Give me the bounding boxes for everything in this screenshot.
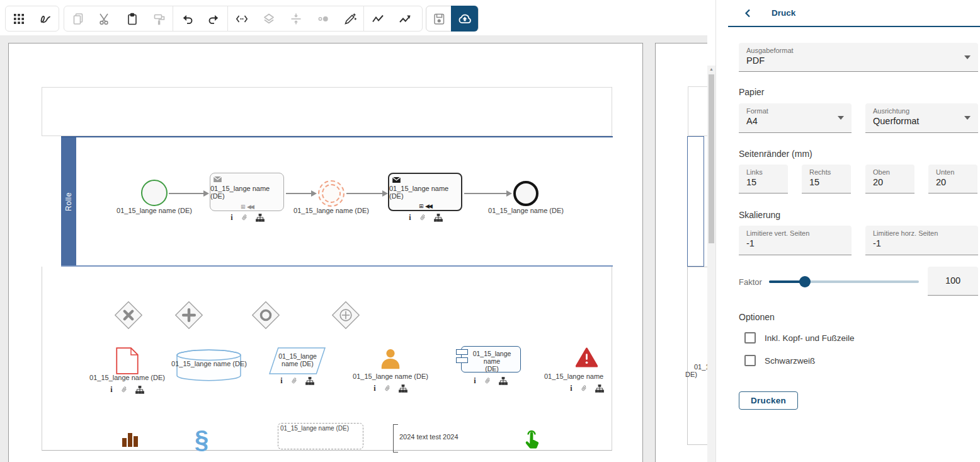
sitemap-icon: [256, 214, 265, 222]
task-2-badges: i: [401, 213, 451, 222]
collapsed-pool-continued: [688, 86, 707, 136]
panel-title: Druck: [772, 8, 795, 18]
factor-slider[interactable]: [769, 280, 919, 283]
document-badges: i: [102, 385, 152, 394]
dropdown-arrow-icon: [838, 116, 844, 120]
component-label: 01_15_lange name(DE): [467, 350, 517, 372]
warning-label: 01_15_lange name (D: [544, 372, 605, 380]
pool-continued: [687, 136, 704, 267]
undo-icon[interactable]: [173, 6, 200, 31]
bar: [128, 433, 132, 447]
header-footer-checkbox[interactable]: [744, 332, 756, 344]
task-1: 01_15_lange name (DE) ⊞ ◀◀: [210, 173, 284, 211]
limit-vertical-pages-input[interactable]: Limitiere vert. Seiten -1: [739, 226, 852, 255]
preview-page-1: Rolle 01_15_lange name (DE) 01_15_lange …: [8, 43, 643, 462]
cloud-upload-button[interactable]: [451, 6, 478, 32]
parallelogram-badges: i: [272, 376, 322, 385]
warning-shape: [576, 347, 598, 367]
person-shape: [379, 349, 402, 371]
clipped-label: 01_1: [694, 363, 707, 371]
options-section-title: Optionen: [739, 312, 775, 322]
sequence-flow: [464, 193, 507, 194]
scrollbar-thumb[interactable]: [709, 74, 714, 243]
freehand-draw-icon[interactable]: [32, 6, 59, 31]
back-button[interactable]: [741, 7, 754, 20]
component-tab: [456, 349, 468, 355]
format-painter-icon[interactable]: [145, 6, 173, 31]
person-label: 01_15_lange name (DE): [334, 372, 447, 380]
layers-icon[interactable]: [255, 6, 282, 31]
header-footer-checkbox-label: Inkl. Kopf- und Fußzeile: [765, 333, 855, 343]
connect-dots-icon[interactable]: [309, 6, 336, 31]
black-white-checkbox[interactable]: [744, 355, 756, 366]
redo-icon[interactable]: [200, 6, 227, 31]
factor-value-input[interactable]: 100: [928, 267, 978, 296]
paperclip-icon: [290, 376, 298, 385]
paperclip-icon: [384, 384, 391, 393]
copy-icon[interactable]: [64, 6, 91, 31]
orientation-select[interactable]: Ausrichtung Querformat: [865, 103, 978, 133]
text-annotation: 2024 text test 2024: [399, 433, 459, 441]
sequence-flow: [346, 193, 383, 194]
dropdown-arrow-icon: [964, 116, 971, 120]
warning-badges: i: [562, 384, 612, 393]
output-format-select[interactable]: Ausgabeformat PDF: [739, 43, 978, 72]
info-icon: i: [231, 214, 232, 221]
intermediate-event-inner-ring: [322, 184, 341, 203]
exclusive-gateway-icon: [114, 301, 143, 330]
vertical-align-icon[interactable]: [282, 6, 309, 31]
info-icon: i: [570, 384, 572, 392]
info-icon: i: [280, 377, 282, 384]
paper-format-select[interactable]: Format A4: [739, 103, 852, 133]
polyline-icon[interactable]: [364, 6, 391, 31]
margin-bottom-input[interactable]: Unten 20: [928, 165, 977, 193]
canvas-scrollbar[interactable]: ▲: [707, 66, 715, 462]
sequence-flow: [286, 193, 312, 194]
print-button[interactable]: Drucken: [739, 391, 798, 410]
sitemap-icon: [595, 384, 604, 393]
toolbar: [0, 0, 715, 35]
paste-icon[interactable]: [118, 6, 145, 31]
document-shape: [116, 347, 139, 374]
bar: [122, 438, 127, 447]
sitemap-icon: [305, 377, 314, 385]
margin-top-input[interactable]: Oben 20: [865, 165, 914, 193]
message-icon: [214, 176, 222, 182]
scaling-section-title: Skalierung: [739, 210, 780, 220]
scrollbar-up-icon[interactable]: ▲: [707, 67, 715, 71]
save-icon[interactable]: [426, 6, 451, 31]
info-icon: i: [373, 384, 375, 392]
sitemap-icon: [135, 386, 144, 394]
touch-hand-shape: [522, 429, 541, 452]
event-gateway-icon: [331, 301, 360, 330]
preview-page-2: 01_1 DE): [655, 43, 707, 462]
space-tool-icon[interactable]: [228, 6, 255, 31]
margins-section-title: Seitenränder (mm): [739, 149, 812, 159]
document-label: 01_15_lange name (DE): [71, 374, 184, 381]
component-badges: i: [465, 376, 516, 385]
info-icon: i: [409, 214, 411, 221]
cut-icon[interactable]: [91, 6, 118, 31]
paper-section-title: Papier: [739, 87, 764, 97]
margin-left-input[interactable]: Links 15: [739, 165, 788, 193]
task-markers: ⊞ ◀◀: [389, 203, 461, 209]
end-event: [513, 181, 538, 206]
limit-horizontal-pages-input[interactable]: Limitiere horz. Seiten -1: [865, 226, 978, 255]
sitemap-icon: [399, 384, 407, 393]
datastore-label: 01_15_lange name (DE): [168, 360, 250, 367]
panel-title-underline: [728, 26, 980, 27]
info-icon: i: [474, 377, 476, 384]
trendline-icon[interactable]: [391, 6, 418, 31]
margin-right-input[interactable]: Rechts 15: [802, 165, 851, 193]
sequence-flow: [169, 193, 204, 194]
parallel-gateway-icon: [174, 301, 203, 330]
task-2: 01_15_lange name (DE) ⊞ ◀◀: [388, 173, 462, 211]
diagram-canvas[interactable]: Rolle 01_15_lange name (DE) 01_15_lange …: [0, 35, 707, 462]
grid-icon[interactable]: [6, 6, 32, 31]
factor-slider-thumb[interactable]: [799, 276, 811, 287]
task-label: 01_15_lange name (DE): [210, 185, 283, 200]
parallelogram-label: 01_15_langename (DE): [274, 352, 321, 367]
task-1-badges: i: [222, 213, 273, 222]
edit-magic-icon[interactable]: [336, 6, 363, 31]
lane-label: Rolle: [64, 192, 73, 211]
